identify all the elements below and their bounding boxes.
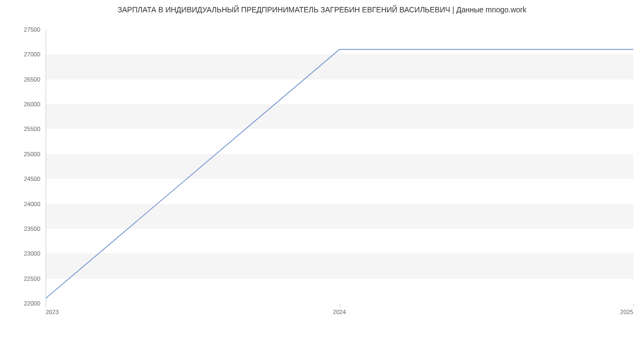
x-tick-mark — [633, 303, 634, 308]
x-tick-label: 2025 — [620, 309, 633, 315]
x-tick-mark — [46, 303, 46, 308]
y-tick-label: 24000 — [24, 201, 40, 207]
salary-chart: ЗАРПЛАТА В ИНДИВИДУАЛЬНЫЙ ПРЕДПРИНИМАТЕЛ… — [0, 0, 644, 349]
y-tick-label: 24500 — [24, 176, 40, 182]
y-tick-label: 26500 — [24, 76, 40, 83]
y-tick-label: 25500 — [24, 126, 40, 132]
plot-area[interactable]: 2200022500230002350024000245002500025500… — [46, 30, 633, 303]
y-tick-label: 23500 — [24, 226, 40, 232]
line-series — [46, 30, 633, 303]
y-tick-label: 25000 — [24, 151, 40, 157]
y-tick-label: 23000 — [24, 250, 40, 257]
y-tick-label: 22000 — [24, 300, 40, 307]
series-line — [46, 49, 633, 299]
chart-title: ЗАРПЛАТА В ИНДИВИДУАЛЬНЫЙ ПРЕДПРИНИМАТЕЛ… — [0, 0, 644, 16]
y-tick-label: 27500 — [24, 26, 40, 33]
y-tick-label: 22500 — [24, 275, 40, 282]
y-tick-label: 27000 — [24, 51, 40, 57]
y-tick-label: 26000 — [24, 101, 40, 107]
x-tick-mark — [340, 303, 340, 308]
x-tick-label: 2023 — [46, 309, 58, 315]
x-tick-label: 2024 — [333, 309, 346, 315]
